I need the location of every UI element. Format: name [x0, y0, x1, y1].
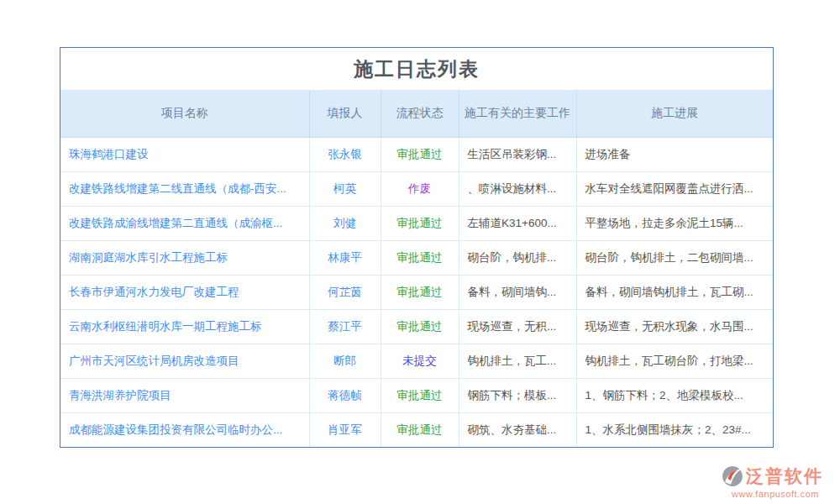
table-row: 改建铁路线增建第二线直通线（成都-西安... 柯英 作废 、喷淋设施材料... …: [60, 171, 773, 206]
progress-text: 平整场地，拉走多余泥土15辆...: [585, 217, 743, 229]
project-link[interactable]: 青海洪湖养护院项目: [69, 389, 171, 402]
status-badge: 审批通过: [397, 251, 443, 264]
reporter-link[interactable]: 何芷茵: [328, 286, 362, 298]
main-work-text: 砌台阶，钩机排...: [468, 251, 557, 264]
page-title: 施工日志列表: [60, 48, 773, 90]
status-badge: 作废: [408, 182, 431, 195]
main-work-text: 备料，砌间墙钩...: [468, 286, 557, 298]
fanpu-logo-icon: [721, 465, 744, 488]
table-row: 云南水利枢纽潜明水库一期工程施工标 蔡江平 审批通过 现场巡查，无积... 现场…: [60, 309, 773, 344]
table-header: 项目名称 填报人 流程状态 施工有关的主要工作 施工进展: [60, 90, 773, 137]
table-row: 成都能源建设集团投资有限公司临时办公... 肖亚军 审批通过 砌筑、水夯基础..…: [60, 412, 773, 447]
progress-text: 进场准备: [585, 148, 631, 160]
progress-text: 钩机排土，瓦工砌台阶，打地梁...: [585, 354, 753, 367]
reporter-link[interactable]: 刘健: [333, 217, 356, 229]
status-badge: 审批通过: [397, 320, 443, 333]
table-row: 改建铁路成渝线增建第二直通线（成渝枢... 刘健 审批通过 左辅道K31+600…: [60, 206, 773, 240]
brand-footer: 泛普软件 www.fanpusoft.com: [721, 465, 830, 499]
project-link[interactable]: 珠海鹤港口建设: [69, 148, 149, 160]
progress-text: 1、钢筋下料；2、地梁模板校...: [585, 389, 743, 402]
table-row: 广州市天河区统计局机房改造项目 断郎 未提交 钩机排土，瓦工... 钩机排土，瓦…: [60, 344, 773, 378]
reporter-link[interactable]: 肖亚军: [328, 423, 362, 436]
reporter-link[interactable]: 断郎: [333, 354, 356, 367]
status-badge: 审批通过: [397, 217, 443, 229]
reporter-link[interactable]: 蔡江平: [328, 320, 362, 333]
progress-text: 现场巡查，无积水现象，水马围...: [585, 320, 753, 333]
construction-log-table: 项目名称 填报人 流程状态 施工有关的主要工作 施工进展 珠海鹤港口建设 张永银…: [60, 90, 773, 447]
col-header-project: 项目名称: [60, 90, 309, 137]
table-row: 长春市伊通河水力发电厂改建工程 何芷茵 审批通过 备料，砌间墙钩... 备料，砌…: [60, 275, 773, 309]
brand-row: 泛普软件: [721, 465, 830, 488]
table-row: 珠海鹤港口建设 张永银 审批通过 生活区吊装彩钢... 进场准备: [60, 137, 773, 171]
progress-text: 1、水系北侧围墙抹灰；2、23#...: [585, 423, 751, 436]
main-work-text: 左辅道K31+600...: [468, 217, 557, 229]
brand-name: 泛普软件: [746, 465, 823, 488]
log-table-body: 珠海鹤港口建设 张永银 审批通过 生活区吊装彩钢... 进场准备 改建铁路线增建…: [60, 137, 773, 447]
progress-text: 水车对全线遮阳网覆盖点进行洒...: [585, 182, 753, 195]
project-link[interactable]: 改建铁路线增建第二线直通线（成都-西安...: [69, 182, 286, 195]
status-badge: 审批通过: [397, 423, 443, 436]
project-link[interactable]: 云南水利枢纽潜明水库一期工程施工标: [69, 320, 262, 333]
col-header-reporter: 填报人: [309, 90, 381, 137]
brand-url[interactable]: www.fanpusoft.com: [721, 489, 830, 499]
main-work-text: 钢筋下料；模板...: [468, 389, 557, 402]
reporter-link[interactable]: 张永银: [328, 148, 362, 160]
project-link[interactable]: 成都能源建设集团投资有限公司临时办公...: [69, 423, 282, 436]
col-header-status: 流程状态: [381, 90, 459, 137]
status-badge: 审批通过: [397, 389, 443, 402]
col-header-progress: 施工进展: [576, 90, 773, 137]
page: 施工日志列表 项目名称 填报人 流程状态 施工有关的主要工作 施工进展 珠海鹤港: [0, 0, 840, 504]
main-work-text: 生活区吊装彩钢...: [468, 148, 557, 160]
status-badge: 未提交: [402, 354, 437, 367]
main-work-text: 砌筑、水夯基础...: [468, 423, 557, 436]
project-link[interactable]: 长春市伊通河水力发电厂改建工程: [69, 286, 239, 298]
main-work-text: 现场巡查，无积...: [468, 320, 557, 333]
progress-text: 备料，砌间墙钩机排土，瓦工砌...: [585, 286, 753, 298]
construction-log-card: 施工日志列表 项目名称 填报人 流程状态 施工有关的主要工作 施工进展 珠海鹤港: [60, 47, 774, 448]
main-work-text: 钩机排土，瓦工...: [468, 354, 557, 367]
table-row: 湖南洞庭湖水库引水工程施工标 林康平 审批通过 砌台阶，钩机排... 砌台阶，钩…: [60, 240, 773, 275]
main-work-text: 、喷淋设施材料...: [468, 182, 557, 195]
reporter-link[interactable]: 林康平: [328, 251, 362, 264]
table-row: 青海洪湖养护院项目 蒋德帧 审批通过 钢筋下料；模板... 1、钢筋下料；2、地…: [60, 378, 773, 412]
status-badge: 审批通过: [397, 286, 443, 298]
project-link[interactable]: 改建铁路成渝线增建第二直通线（成渝枢...: [69, 217, 282, 229]
project-link[interactable]: 湖南洞庭湖水库引水工程施工标: [69, 251, 228, 264]
col-header-main-work: 施工有关的主要工作: [459, 90, 576, 137]
progress-text: 砌台阶，钩机排土，二包砌间墙...: [585, 251, 753, 264]
status-badge: 审批通过: [397, 148, 443, 160]
project-link[interactable]: 广州市天河区统计局机房改造项目: [69, 354, 239, 367]
reporter-link[interactable]: 蒋德帧: [328, 389, 362, 402]
reporter-link[interactable]: 柯英: [333, 182, 356, 195]
